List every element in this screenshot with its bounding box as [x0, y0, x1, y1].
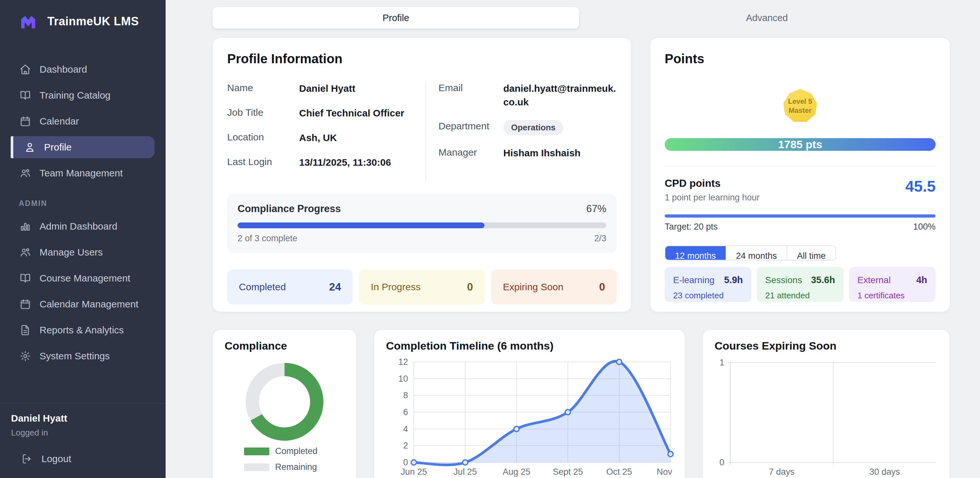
- legend-label-completed: Completed: [275, 446, 318, 456]
- range-tab-12-months[interactable]: 12 months: [665, 246, 725, 260]
- sidebar-item-label: Course Management: [40, 273, 130, 284]
- gear-icon: [19, 350, 31, 362]
- compliance-progress-title: Compliance Progress: [237, 203, 341, 215]
- sidebar-item-dashboard[interactable]: Dashboard: [0, 58, 165, 80]
- field-name: Name Daniel Hyatt: [227, 82, 425, 96]
- calendar-icon: [19, 115, 31, 127]
- cpd-target: Target: 20 pts: [665, 222, 718, 232]
- sidebar-item-calendar-management[interactable]: Calendar Management: [0, 293, 165, 315]
- logout-button[interactable]: Logout: [0, 453, 165, 464]
- book-open-icon: [19, 89, 31, 101]
- range-tabs: 12 months 24 months All time: [665, 245, 836, 260]
- top-tabs: Profile Advanced: [213, 7, 950, 29]
- user-status: Logged in: [0, 428, 165, 438]
- cpd-points-value: 45.5: [905, 177, 935, 195]
- field-job-title: Job Title Chief Technical Officer: [227, 106, 425, 120]
- field-department: Department Operations: [439, 120, 617, 135]
- profile-card-title: Profile Information: [227, 51, 617, 66]
- cpd-points-title: CPD points: [665, 177, 760, 190]
- status-stats: Completed 24 In Progress 0 Expiring Soon…: [227, 269, 617, 304]
- sidebar: TrainmeUK LMS Dashboard Training Catalog…: [0, 0, 165, 478]
- svg-text:4: 4: [403, 424, 408, 434]
- sidebar-item-label: Team Management: [40, 168, 123, 179]
- logout-icon: [21, 453, 32, 464]
- sidebar-item-label: Manage Users: [40, 247, 103, 258]
- svg-text:6: 6: [403, 407, 408, 417]
- svg-text:Jun 25: Jun 25: [401, 467, 427, 477]
- range-tab-24-months[interactable]: 24 months: [725, 246, 786, 260]
- svg-text:Nov 25: Nov 25: [657, 467, 674, 477]
- svg-text:1: 1: [719, 358, 724, 367]
- bar-chart-icon: [19, 220, 31, 232]
- courses-expiring-chart: 017 days30 days: [714, 355, 938, 478]
- sidebar-item-calendar[interactable]: Calendar: [0, 110, 165, 132]
- field-last-login: Last Login 13/11/2025, 11:30:06: [227, 156, 425, 169]
- breakdown-external: External 4h 1 certificates: [849, 267, 935, 302]
- compliance-progress-fraction: 2/3: [594, 234, 606, 244]
- brand-row: TrainmeUK LMS: [0, 12, 165, 31]
- points-divider: [665, 166, 935, 166]
- sidebar-admin-nav: Admin Dashboard Manage Users Course Mana…: [0, 215, 165, 367]
- department-badge: Operations: [503, 120, 563, 135]
- svg-text:Jul 25: Jul 25: [453, 467, 477, 477]
- cpd-points-subtitle: 1 point per learning hour: [665, 193, 760, 203]
- sidebar-nav: Dashboard Training Catalog Calendar Prof…: [0, 58, 165, 184]
- total-points-pill: 1785 pts: [665, 138, 935, 151]
- breakdown-elearning: E-learning 5.9h 23 completed: [665, 267, 751, 302]
- compliance-progress-subtitle: 2 of 3 complete: [237, 234, 298, 244]
- field-location: Location Ash, UK: [227, 131, 425, 145]
- svg-text:10: 10: [398, 374, 408, 384]
- svg-text:0: 0: [403, 457, 408, 467]
- courses-expiring-card: Courses Expiring Soon 017 days30 days: [703, 330, 950, 478]
- sidebar-item-profile[interactable]: Profile: [13, 136, 154, 158]
- courses-expiring-title: Courses Expiring Soon: [714, 339, 937, 352]
- sidebar-item-reports-analytics[interactable]: Reports & Analytics: [0, 319, 165, 341]
- main-content: Profile Advanced Profile Information Nam…: [165, 0, 980, 478]
- sidebar-item-label: Reports & Analytics: [40, 325, 124, 336]
- sidebar-item-label: Calendar: [40, 116, 79, 127]
- donut-legend: Completed Remaining: [224, 446, 345, 472]
- compliance-progress-percent: 67%: [586, 203, 606, 215]
- sidebar-section-admin: ADMIN: [0, 199, 165, 208]
- svg-text:Oct 25: Oct 25: [606, 467, 632, 477]
- sidebar-item-label: System Settings: [40, 351, 110, 362]
- svg-text:Aug 25: Aug 25: [503, 467, 530, 477]
- user-name: Daniel Hyatt: [0, 413, 165, 424]
- svg-text:12: 12: [398, 357, 408, 367]
- completion-timeline-title: Completion Timeline (6 months): [386, 339, 673, 352]
- cpd-breakdown: E-learning 5.9h 23 completed Sessions 35…: [665, 267, 935, 302]
- stat-completed: Completed 24: [227, 269, 353, 304]
- sidebar-item-label: Calendar Management: [40, 299, 138, 310]
- sidebar-item-system-settings[interactable]: System Settings: [0, 345, 165, 367]
- level-badge-line2: Master: [789, 106, 812, 115]
- profile-fields: Name Daniel Hyatt Job Title Chief Techni…: [227, 82, 617, 180]
- sidebar-item-label: Admin Dashboard: [40, 221, 117, 232]
- range-tab-all-time[interactable]: All time: [786, 246, 835, 260]
- sidebar-item-training-catalog[interactable]: Training Catalog: [0, 84, 165, 106]
- completion-timeline-card: Completion Timeline (6 months) 024681012…: [374, 330, 685, 478]
- sidebar-item-course-management[interactable]: Course Management: [0, 267, 165, 289]
- profile-information-card: Profile Information Name Daniel Hyatt Jo…: [213, 38, 631, 312]
- book-open-icon: [19, 272, 31, 284]
- sidebar-item-manage-users[interactable]: Manage Users: [0, 241, 165, 263]
- level-badge: Level 5 Master: [783, 89, 817, 123]
- compliance-progress-panel: Compliance Progress 67% 2 of 3 complete …: [227, 194, 617, 253]
- svg-text:0: 0: [719, 457, 724, 467]
- stat-in-progress: In Progress 0: [359, 269, 485, 304]
- sidebar-item-admin-dashboard[interactable]: Admin Dashboard: [0, 215, 165, 237]
- svg-text:2: 2: [403, 441, 408, 451]
- tab-advanced[interactable]: Advanced: [584, 7, 950, 29]
- compliance-donut-chart: [244, 361, 325, 442]
- sidebar-divider: [0, 403, 165, 404]
- sidebar-item-team-management[interactable]: Team Management: [0, 162, 165, 184]
- compliance-chart-title: Compliance: [224, 339, 345, 352]
- svg-text:Sept 25: Sept 25: [553, 467, 583, 477]
- file-text-icon: [19, 324, 31, 336]
- sidebar-item-label: Training Catalog: [40, 90, 110, 101]
- compliance-progress-bar: [237, 223, 606, 228]
- users-icon: [19, 247, 31, 258]
- svg-text:8: 8: [403, 390, 408, 400]
- tab-profile[interactable]: Profile: [213, 7, 579, 29]
- svg-text:7 days: 7 days: [769, 467, 795, 477]
- compliance-chart-card: Compliance Completed Remaining: [213, 330, 356, 478]
